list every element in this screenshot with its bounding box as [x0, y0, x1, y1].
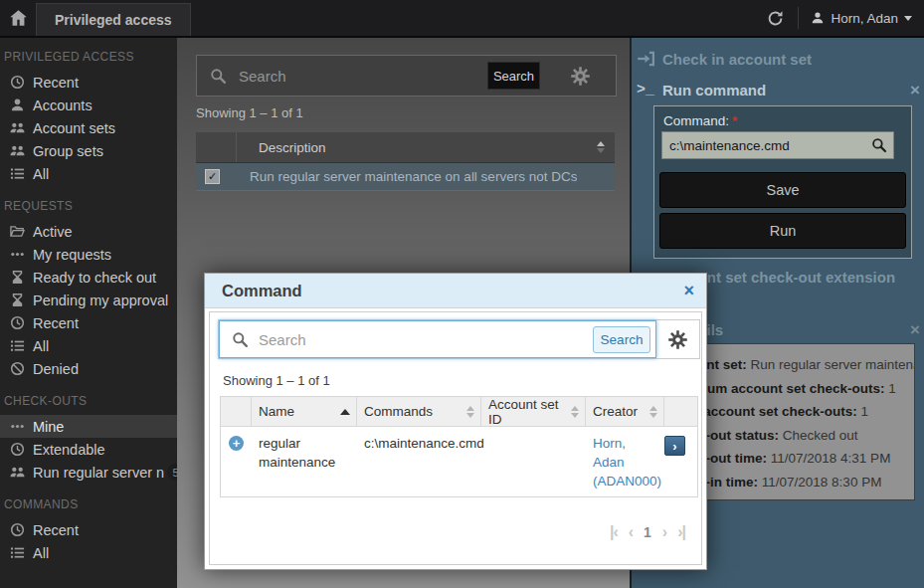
expand-plus-icon[interactable]: + — [229, 436, 244, 451]
prev-page-icon[interactable]: ‹ — [629, 523, 633, 541]
search-icon — [210, 68, 227, 85]
clock-icon — [10, 75, 25, 90]
search-icon — [232, 331, 249, 348]
cell-account-set-id — [481, 427, 586, 496]
column-commands[interactable]: Commands — [357, 397, 481, 426]
sidebar-item-group-sets[interactable]: Group sets — [0, 139, 177, 162]
top-bar: Privileged access Horn, Adan — [0, 0, 924, 38]
section-title-privileged-access: PRIVILEGED ACCESS — [0, 36, 177, 71]
column-expand — [221, 397, 252, 426]
run-button[interactable]: Run — [659, 213, 906, 249]
terminal-icon: >_ — [637, 82, 654, 98]
run-command-form: Command:* Save Run — [653, 105, 912, 259]
close-icon[interactable]: × — [910, 82, 920, 98]
dialog-body: Search Showing 1 – 1 of 1 Name Commands … — [209, 311, 702, 565]
command-dialog: Command × Search Showing 1 – 1 of 1 Name — [204, 273, 707, 570]
pagination: |‹ ‹ 1 › ›| — [610, 523, 685, 541]
next-page-icon[interactable]: › — [662, 523, 666, 541]
row-checkbox[interactable]: ✓ — [205, 169, 220, 184]
sidebar-item-mine[interactable]: Mine — [0, 415, 177, 438]
current-page[interactable]: 1 — [644, 524, 651, 540]
refresh-icon — [767, 10, 784, 27]
home-button[interactable] — [0, 0, 36, 36]
sidebar-item-recent[interactable]: Recent — [0, 71, 177, 94]
list-icon — [10, 338, 25, 353]
column-account-set-id[interactable]: Account set ID — [481, 397, 586, 426]
dialog-result-count: Showing 1 – 1 of 1 — [223, 373, 330, 388]
main-search-button[interactable]: Search — [487, 62, 540, 90]
main-search-input[interactable] — [237, 67, 487, 86]
user-icon — [10, 98, 25, 112]
sidebar-item-ready-to-check-out[interactable]: Ready to check out — [0, 266, 177, 289]
panel-header-run-command[interactable]: >_ Run command × — [637, 82, 920, 98]
dialog-settings-gear-icon[interactable] — [656, 320, 699, 358]
expand-cell: + — [221, 427, 252, 496]
sidebar-item-recent-requests[interactable]: Recent — [0, 311, 177, 334]
brand-tab-label: Privileged access — [55, 12, 172, 28]
close-icon[interactable]: × — [683, 282, 694, 299]
save-button[interactable]: Save — [659, 172, 906, 208]
refresh-button[interactable] — [753, 10, 798, 27]
dialog-search-button[interactable]: Search — [593, 326, 650, 353]
ban-icon — [10, 361, 25, 376]
table-row[interactable]: ✓ Run regular server maintenance on all … — [196, 163, 615, 191]
sidebar-item-pending-my-approval[interactable]: Pending my approval — [0, 289, 177, 311]
first-page-icon[interactable]: |‹ — [610, 523, 618, 541]
users-icon — [10, 465, 25, 480]
dialog-search-input[interactable] — [257, 330, 589, 349]
sidebar-item-all-commands[interactable]: All — [0, 541, 177, 564]
last-page-icon[interactable]: ›| — [677, 523, 685, 541]
creator-link[interactable]: Horn, Adan (ADAN000) — [593, 436, 661, 489]
user-name: Horn, Adan — [831, 11, 898, 26]
dialog-table-header: Name Commands Account set ID Creator — [221, 397, 697, 427]
folder-open-icon — [10, 224, 25, 239]
command-input[interactable] — [662, 137, 871, 154]
check-in-icon — [637, 50, 654, 68]
row-detail-arrow-button[interactable]: › — [664, 436, 685, 456]
column-description[interactable]: Description — [237, 140, 597, 155]
count-badge: 5 — [167, 464, 177, 481]
column-creator[interactable]: Creator — [586, 397, 664, 426]
cell-name: regular maintenance — [252, 427, 357, 496]
dialog-title: Command — [205, 282, 302, 300]
sidebar-item-accounts[interactable]: Accounts — [0, 94, 177, 116]
caret-down-icon — [904, 16, 912, 25]
panel-header-check-in-account-set[interactable]: Check in account set — [637, 50, 920, 68]
checkbox-column-header — [196, 132, 237, 162]
sidebar-item-account-sets[interactable]: Account sets — [0, 116, 177, 139]
tab-privileged-access[interactable]: Privileged access — [36, 3, 191, 36]
sort-icon — [466, 406, 474, 418]
sidebar-item-run-regular-server[interactable]: Run regular server n 5 — [0, 461, 177, 484]
user-icon — [811, 11, 825, 25]
column-actions — [664, 397, 697, 426]
sort-icon — [571, 406, 579, 418]
sidebar-item-denied[interactable]: Denied — [0, 357, 177, 380]
close-icon[interactable]: × — [910, 321, 920, 338]
sort-icon[interactable] — [597, 141, 605, 153]
users-icon — [10, 120, 25, 135]
list-icon — [10, 545, 25, 560]
main-settings-gear-icon[interactable] — [558, 67, 600, 86]
table-row[interactable]: + regular maintenance c:\maintenance.cmd… — [221, 427, 697, 496]
sidebar-item-all-privileged[interactable]: All — [0, 162, 177, 185]
cell-creator: Horn, Adan (ADAN000) — [586, 427, 664, 496]
command-label: Command:* — [663, 113, 737, 128]
home-icon — [9, 9, 28, 28]
sidebar-item-extendable[interactable]: Extendable — [0, 438, 177, 461]
sidebar-item-all-requests[interactable]: All — [0, 334, 177, 357]
hourglass-icon — [10, 293, 25, 307]
panel-header-details[interactable]: Details × — [674, 321, 920, 338]
user-menu[interactable]: Horn, Adan — [799, 11, 924, 26]
ellipsis-icon — [10, 247, 25, 262]
clock-icon — [10, 315, 25, 330]
sidebar-item-active[interactable]: Active — [0, 220, 177, 243]
sidebar-item-recent-commands[interactable]: Recent — [0, 518, 177, 541]
sidebar-item-my-requests[interactable]: My requests — [0, 243, 177, 266]
search-icon[interactable] — [871, 137, 887, 153]
clock-icon — [10, 442, 25, 457]
sidebar: PRIVILEGED ACCESS Recent Accounts Accoun… — [0, 36, 177, 588]
section-title-requests: REQUESTS — [0, 185, 177, 220]
required-asterisk: * — [732, 113, 737, 128]
command-input-wrap — [661, 131, 894, 159]
column-name[interactable]: Name — [252, 397, 357, 426]
